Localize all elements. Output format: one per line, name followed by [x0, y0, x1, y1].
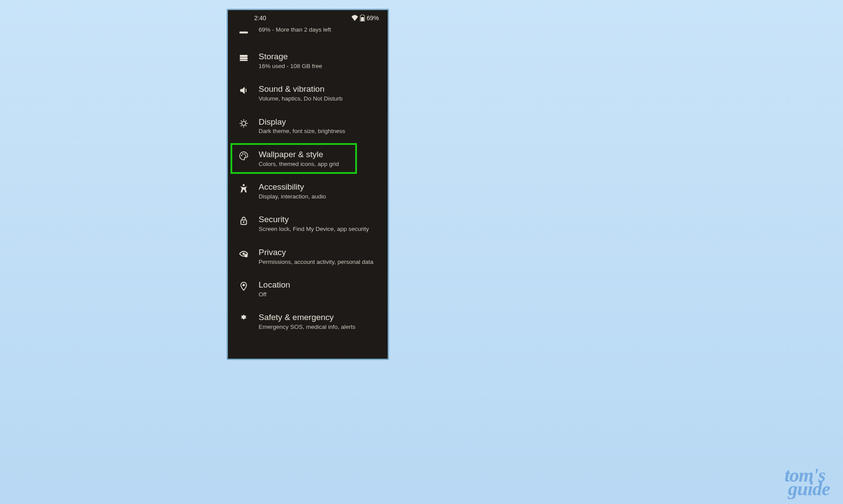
svg-rect-3 [240, 58, 248, 59]
settings-item-safety[interactable]: Safety & emergency Emergency SOS, medica… [228, 305, 388, 338]
settings-item-display[interactable]: Display Dark theme, font size, brightnes… [228, 110, 388, 142]
status-time: 2:40 [254, 14, 266, 22]
lock-icon [238, 216, 249, 226]
medical-icon [238, 314, 249, 324]
svg-point-15 [242, 153, 243, 154]
battery-bar-icon [238, 28, 249, 37]
settings-item-subtitle: Volume, haptics, Do Not Disturb [259, 95, 383, 103]
svg-line-10 [241, 120, 242, 121]
status-right: 69% [351, 14, 379, 22]
settings-item-subtitle: 69% - More than 2 days left [259, 26, 383, 34]
settings-item-subtitle: Permissions, account activity, personal … [259, 258, 383, 266]
location-icon [238, 281, 249, 291]
settings-item-title: Safety & emergency [259, 312, 383, 323]
privacy-icon [238, 249, 249, 259]
settings-item-accessibility[interactable]: Accessibility Display, interaction, audi… [228, 175, 388, 207]
settings-item-title: Display [259, 117, 383, 127]
palette-icon [238, 151, 249, 161]
settings-item-title: Accessibility [259, 182, 383, 192]
storage-icon [238, 53, 249, 63]
settings-item-subtitle: Screen lock, Find My Device, app securit… [259, 225, 383, 233]
svg-rect-4 [240, 60, 248, 61]
svg-rect-1 [240, 32, 248, 33]
accessibility-icon [238, 184, 249, 193]
settings-item-subtitle: Off [259, 291, 383, 299]
settings-list[interactable]: 69% - More than 2 days left Storage 16% … [228, 23, 388, 338]
svg-point-21 [243, 252, 245, 255]
svg-point-16 [245, 154, 245, 155]
battery-icon [360, 14, 365, 22]
settings-item-storage[interactable]: Storage 16% used - 108 GB free [228, 44, 388, 77]
settings-item-privacy[interactable]: Privacy Permissions, account activity, p… [228, 240, 388, 273]
svg-point-18 [243, 184, 245, 186]
svg-point-17 [245, 155, 246, 156]
svg-point-14 [241, 155, 242, 156]
phone-screenshot: 2:40 69% 69% - More than 2 days left Sto… [227, 9, 389, 360]
settings-item-title: Security [259, 214, 383, 225]
svg-line-13 [246, 120, 247, 121]
display-icon [238, 119, 249, 128]
settings-item-title: Wallpaper & style [259, 149, 383, 160]
settings-item-title: Location [259, 280, 383, 290]
wifi-icon [351, 15, 358, 21]
settings-item-title: Storage [259, 51, 383, 62]
status-bar: 2:40 69% [228, 10, 388, 23]
settings-item-subtitle: 16% used - 108 GB free [259, 62, 383, 70]
svg-rect-22 [245, 254, 248, 257]
svg-point-5 [241, 121, 245, 125]
svg-line-11 [246, 125, 247, 126]
status-battery-percent: 69% [367, 14, 379, 22]
svg-rect-2 [240, 55, 248, 57]
watermark-line2: guide [788, 482, 830, 496]
settings-item-subtitle: Colors, themed icons, app grid [259, 160, 383, 168]
settings-item-title: Sound & vibration [259, 84, 383, 94]
svg-rect-0 [361, 17, 364, 21]
settings-item-security[interactable]: Security Screen lock, Find My Device, ap… [228, 207, 388, 240]
settings-item-subtitle: Emergency SOS, medical info, alerts [259, 323, 383, 331]
settings-item-wallpaper[interactable]: Wallpaper & style Colors, themed icons, … [228, 142, 388, 175]
sound-icon [238, 86, 249, 95]
svg-point-20 [243, 222, 245, 223]
settings-item-title: Privacy [259, 247, 383, 258]
watermark-logo: tom's guide [785, 469, 830, 496]
svg-line-12 [241, 125, 242, 126]
settings-item-subtitle: Display, interaction, audio [259, 193, 383, 201]
settings-item-location[interactable]: Location Off [228, 273, 388, 305]
settings-item-sound[interactable]: Sound & vibration Volume, haptics, Do No… [228, 77, 388, 109]
svg-point-23 [243, 284, 245, 286]
settings-item-subtitle: Dark theme, font size, brightness [259, 127, 383, 135]
settings-item-battery[interactable]: 69% - More than 2 days left [228, 23, 388, 44]
